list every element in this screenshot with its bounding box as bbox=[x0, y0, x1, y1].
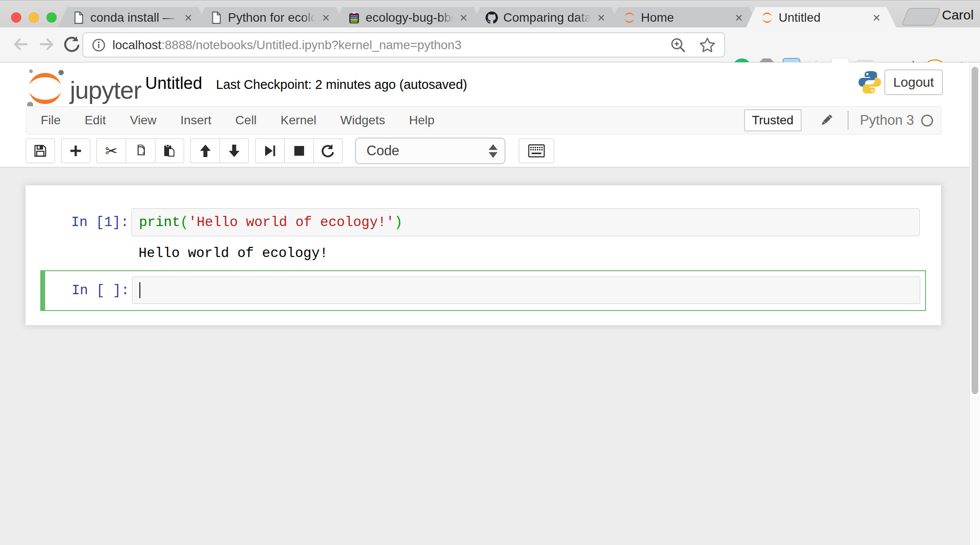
restart-kernel-button[interactable] bbox=[313, 138, 343, 163]
browser-tab-untitled-active[interactable]: Untitled × bbox=[746, 7, 896, 28]
tab-title: Python for ecologi bbox=[228, 11, 318, 25]
browser-tab-ecology-bug-bbq[interactable]: ecology-bug-bbq × bbox=[333, 7, 483, 28]
jupyter-menubar: File Edit View Insert Cell Kernel Widget… bbox=[26, 106, 941, 134]
close-icon[interactable]: × bbox=[459, 12, 467, 24]
close-icon[interactable]: × bbox=[322, 12, 330, 24]
window-zoom-button[interactable] bbox=[46, 12, 57, 23]
document-icon bbox=[210, 12, 223, 24]
browser-tab-strip: conda install — Co × Python for ecologi … bbox=[0, 0, 980, 27]
menu-view[interactable]: View bbox=[118, 113, 168, 127]
jupyter-header: jupyter Untitled Last Checkpoint: 2 minu… bbox=[0, 62, 980, 167]
page-scrollbar-track[interactable] bbox=[969, 62, 980, 545]
move-cell-down-button[interactable] bbox=[220, 138, 249, 163]
menu-cell[interactable]: Cell bbox=[224, 113, 269, 127]
github-icon bbox=[486, 12, 498, 24]
menubar-divider bbox=[848, 111, 849, 130]
forward-icon[interactable] bbox=[36, 34, 58, 55]
browser-profile-name[interactable]: Carol bbox=[942, 8, 974, 23]
add-cell-button[interactable] bbox=[61, 138, 90, 163]
close-icon[interactable]: × bbox=[735, 12, 743, 24]
kernel-name-label: Python 3 bbox=[860, 112, 914, 128]
selected-code-cell[interactable]: In [ ]: bbox=[40, 270, 926, 311]
checkpoint-status: Last Checkpoint: 2 minutes ago (autosave… bbox=[216, 77, 467, 92]
menu-edit[interactable]: Edit bbox=[73, 113, 118, 127]
code-cell-input-active[interactable] bbox=[132, 276, 920, 304]
save-button[interactable] bbox=[26, 138, 55, 163]
cut-cell-button[interactable]: ✂ bbox=[96, 138, 126, 163]
python-logo-icon bbox=[857, 69, 883, 95]
tab-title: Comparing dataca bbox=[503, 11, 594, 25]
notebook-title[interactable]: Untitled bbox=[145, 74, 202, 93]
etherpad-icon bbox=[348, 12, 360, 24]
menu-kernel[interactable]: Kernel bbox=[269, 113, 328, 127]
bookmark-star-icon[interactable] bbox=[698, 36, 716, 54]
url-bar[interactable]: localhost:8888/notebooks/Untitled.ipynb?… bbox=[82, 32, 725, 58]
input-prompt: In [1]: bbox=[42, 215, 129, 230]
close-icon[interactable]: × bbox=[597, 12, 605, 24]
tab-title: ecology-bug-bbq bbox=[366, 11, 456, 25]
browser-tab-comparing-datacarpentry[interactable]: Comparing dataca × bbox=[471, 7, 621, 28]
browser-tab-home[interactable]: Home × bbox=[608, 7, 759, 28]
paste-cell-button[interactable] bbox=[155, 138, 184, 163]
close-icon[interactable]: × bbox=[872, 12, 880, 24]
code-line: print('Hello world of ecology!') bbox=[139, 215, 402, 230]
select-arrows-icon bbox=[489, 144, 498, 158]
new-tab-button[interactable] bbox=[901, 8, 941, 26]
browser-toolbar: localhost:8888/notebooks/Untitled.ipynb?… bbox=[0, 27, 980, 62]
jupyter-logo[interactable]: jupyter bbox=[24, 69, 141, 107]
notebook-container: In [1]: print('Hello world of ecology!')… bbox=[25, 185, 941, 326]
move-cell-up-button[interactable] bbox=[190, 138, 220, 163]
browser-tab-python-for-ecology[interactable]: Python for ecologi × bbox=[195, 7, 346, 28]
tab-title: Home bbox=[641, 11, 731, 25]
page-scrollbar-thumb[interactable] bbox=[972, 67, 978, 394]
keyboard-icon bbox=[528, 144, 545, 157]
reload-icon[interactable] bbox=[61, 34, 82, 55]
cell-type-select[interactable]: Code bbox=[355, 138, 505, 164]
logout-button[interactable]: Logout bbox=[884, 69, 943, 95]
browser-tab-conda-install[interactable]: conda install — Co × bbox=[58, 7, 208, 28]
jupyter-favicon bbox=[761, 12, 773, 24]
code-token-print: print bbox=[139, 215, 180, 230]
back-icon[interactable] bbox=[10, 34, 31, 55]
url-host: localhost bbox=[112, 38, 162, 52]
url-text: localhost:8888/notebooks/Untitled.ipynb?… bbox=[112, 38, 669, 52]
close-icon[interactable]: × bbox=[184, 12, 192, 24]
edit-title-pencil-icon bbox=[818, 112, 834, 128]
window-minimize-button[interactable] bbox=[29, 12, 39, 23]
tab-title: conda install — Co bbox=[90, 11, 181, 25]
jupyter-favicon bbox=[623, 12, 636, 24]
kernel-idle-icon bbox=[921, 115, 933, 127]
cell-output-text: Hello world of ecology! bbox=[139, 246, 328, 261]
jupyter-toolbar: ✂ bbox=[26, 138, 554, 164]
info-icon[interactable] bbox=[91, 38, 106, 53]
code-token-string: 'Hello world of ecology!' bbox=[189, 215, 394, 230]
menu-widgets[interactable]: Widgets bbox=[328, 113, 397, 127]
input-prompt: In [ ]: bbox=[53, 283, 129, 298]
cell-type-value: Code bbox=[367, 143, 489, 159]
window-close-button[interactable] bbox=[11, 12, 21, 23]
screen: conda install — Co × Python for ecologi … bbox=[0, 0, 980, 545]
jupyter-logo-text: jupyter bbox=[70, 76, 141, 104]
interrupt-kernel-button[interactable] bbox=[284, 138, 313, 163]
run-cell-button[interactable] bbox=[255, 138, 284, 163]
menu-help[interactable]: Help bbox=[397, 113, 447, 127]
url-path: :8888/notebooks/Untitled.ipynb?kernel_na… bbox=[162, 38, 462, 52]
zoom-page-icon[interactable] bbox=[669, 36, 687, 54]
tab-title: Untitled bbox=[779, 11, 869, 25]
document-icon bbox=[73, 12, 85, 24]
code-cell-input[interactable]: print('Hello world of ecology!') bbox=[131, 208, 920, 236]
trusted-button[interactable]: Trusted bbox=[744, 109, 802, 131]
menu-file[interactable]: File bbox=[29, 113, 73, 127]
command-palette-button[interactable] bbox=[519, 138, 554, 163]
notebook-site: In [1]: print('Hello world of ecology!')… bbox=[0, 168, 980, 545]
text-cursor bbox=[139, 282, 140, 298]
scissors-icon: ✂ bbox=[105, 143, 118, 158]
copy-cell-button[interactable] bbox=[126, 138, 155, 163]
menu-insert[interactable]: Insert bbox=[169, 113, 224, 127]
